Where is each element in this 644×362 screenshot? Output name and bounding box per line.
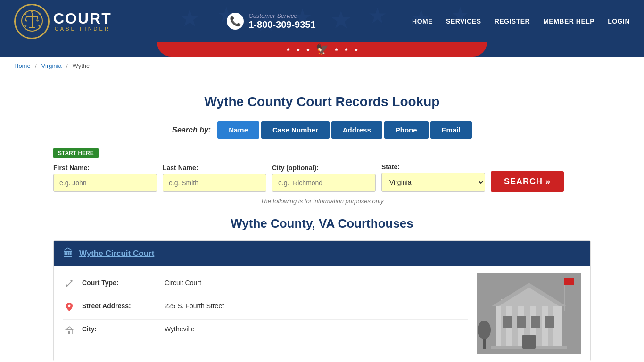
start-here-badge: START HERE bbox=[53, 148, 99, 158]
svg-rect-34 bbox=[522, 335, 536, 349]
state-group: State: Virginia Alabama Alaska Arizona C… bbox=[381, 163, 485, 192]
nav-member-help[interactable]: MEMBER HELP bbox=[543, 17, 594, 25]
first-name-group: First Name: bbox=[53, 164, 157, 192]
city-label: City: bbox=[82, 325, 157, 333]
svg-rect-14 bbox=[70, 280, 73, 282]
logo-case-finder-text: CASE FINDER bbox=[53, 26, 112, 32]
court-type-value: Circuit Court bbox=[165, 279, 201, 287]
gavel-icon bbox=[63, 280, 75, 290]
city-label: City (optional): bbox=[272, 164, 376, 172]
state-select[interactable]: Virginia Alabama Alaska Arizona Californ… bbox=[381, 173, 485, 192]
svg-point-37 bbox=[478, 321, 491, 339]
svg-text:★: ★ bbox=[24, 24, 27, 28]
logo-circle: ★ ★ ★ ★ ★ bbox=[14, 4, 50, 39]
courthouse-details: Court Type: Circuit Court Street Address… bbox=[63, 273, 468, 354]
nav-home[interactable]: HOME bbox=[412, 17, 433, 25]
courthouse-card: 🏛 Wythe Circuit Court Court Type: Circui… bbox=[53, 240, 591, 361]
street-address-label: Street Address: bbox=[82, 302, 157, 310]
breadcrumb-sep-1: / bbox=[35, 62, 37, 69]
phone-icon: 📞 bbox=[227, 13, 244, 30]
logo-court-text: COURT bbox=[53, 11, 112, 26]
site-header: ★ ★ ★ ★ ★ ★ ★ ★ bbox=[0, 0, 644, 42]
svg-rect-18 bbox=[68, 331, 70, 334]
courthouse-header: 🏛 Wythe Circuit Court bbox=[54, 241, 590, 266]
search-button[interactable]: SEARCH » bbox=[491, 171, 564, 192]
nav-register[interactable]: REGISTER bbox=[495, 17, 530, 25]
svg-marker-17 bbox=[66, 327, 73, 329]
cs-phone: 1-800-309-9351 bbox=[248, 19, 315, 30]
location-icon bbox=[63, 303, 75, 313]
detail-street-address: Street Address: 225 S. Fourth Street bbox=[63, 296, 468, 320]
state-label: State: bbox=[381, 163, 485, 171]
last-name-label: Last Name: bbox=[163, 164, 266, 172]
breadcrumb: Home / Virginia / Wythe bbox=[0, 57, 644, 75]
svg-rect-30 bbox=[503, 316, 512, 328]
search-by-label: Search by: bbox=[172, 126, 211, 134]
eagle-container: ★ ★ ★ 🦅 ★ ★ ★ bbox=[286, 43, 358, 56]
star-right-1: ★ bbox=[334, 47, 339, 52]
courthouses-title: Wythe County, VA Courthouses bbox=[53, 216, 591, 231]
city-input[interactable] bbox=[272, 174, 376, 192]
ribbon: ★ ★ ★ 🦅 ★ ★ ★ bbox=[157, 42, 487, 57]
star-right-2: ★ bbox=[344, 47, 348, 52]
eagle-icon: 🦅 bbox=[316, 43, 329, 56]
svg-rect-15 bbox=[66, 284, 68, 287]
page-title: Wythe County Court Records Lookup bbox=[53, 94, 591, 109]
main-content: Wythe County Court Records Lookup Search… bbox=[39, 75, 605, 362]
nav-login[interactable]: LOGIN bbox=[608, 17, 630, 25]
svg-text:★: ★ bbox=[38, 12, 41, 16]
court-type-label: Court Type: bbox=[82, 279, 157, 287]
tab-case-number[interactable]: Case Number bbox=[261, 121, 330, 139]
svg-rect-29 bbox=[487, 349, 571, 354]
svg-rect-32 bbox=[531, 316, 540, 328]
city-value: Wytheville bbox=[165, 325, 195, 333]
courthouse-body: Court Type: Circuit Court Street Address… bbox=[54, 266, 590, 361]
star-decoration: ★ bbox=[330, 6, 352, 34]
logo-text: COURT CASE FINDER bbox=[53, 11, 112, 32]
tab-address[interactable]: Address bbox=[331, 121, 382, 139]
cs-label: Customer Service bbox=[248, 12, 315, 19]
city-icon bbox=[63, 326, 75, 337]
tab-phone[interactable]: Phone bbox=[384, 121, 429, 139]
search-by-row: Search by: Name Case Number Address Phon… bbox=[53, 121, 591, 139]
customer-service: 📞 Customer Service 1-800-309-9351 bbox=[227, 12, 315, 30]
svg-rect-38 bbox=[483, 339, 486, 349]
svg-rect-36 bbox=[564, 278, 574, 285]
detail-court-type: Court Type: Circuit Court bbox=[63, 273, 468, 296]
star-left-3: ★ bbox=[306, 47, 310, 52]
logo: ★ ★ ★ ★ ★ COURT CASE FINDER bbox=[14, 4, 112, 39]
search-form: First Name: Last Name: City (optional): … bbox=[53, 163, 591, 192]
courthouse-icon: 🏛 bbox=[63, 247, 74, 260]
tab-email[interactable]: Email bbox=[430, 121, 472, 139]
svg-rect-33 bbox=[545, 316, 554, 328]
svg-text:★: ★ bbox=[30, 9, 33, 14]
courthouse-image bbox=[477, 273, 581, 354]
logo-inner: ★ ★ ★ ★ ★ bbox=[21, 9, 43, 33]
breadcrumb-virginia[interactable]: Virginia bbox=[41, 62, 62, 69]
star-left-2: ★ bbox=[296, 47, 300, 52]
star-left-1: ★ bbox=[286, 47, 290, 52]
main-nav: HOME SERVICES REGISTER MEMBER HELP LOGIN bbox=[412, 17, 630, 25]
nav-services[interactable]: SERVICES bbox=[446, 17, 481, 25]
breadcrumb-sep-2: / bbox=[66, 62, 68, 69]
svg-rect-31 bbox=[517, 316, 526, 328]
star-decoration: ★ bbox=[368, 3, 387, 28]
city-group: City (optional): bbox=[272, 164, 376, 192]
street-address-value: 225 S. Fourth Street bbox=[165, 302, 224, 310]
svg-text:★: ★ bbox=[38, 24, 41, 28]
star-decoration: ★ bbox=[179, 5, 200, 32]
last-name-input[interactable] bbox=[163, 174, 266, 192]
star-right-3: ★ bbox=[354, 47, 358, 52]
courthouse-name-link[interactable]: Wythe Circuit Court bbox=[79, 249, 154, 258]
tab-name[interactable]: Name bbox=[217, 121, 259, 139]
breadcrumb-home[interactable]: Home bbox=[14, 62, 31, 69]
first-name-input[interactable] bbox=[53, 174, 157, 192]
cs-info: Customer Service 1-800-309-9351 bbox=[248, 12, 315, 30]
svg-line-3 bbox=[25, 17, 26, 21]
first-name-label: First Name: bbox=[53, 164, 157, 172]
last-name-group: Last Name: bbox=[163, 164, 266, 192]
svg-line-5 bbox=[37, 17, 38, 21]
courthouse-building-svg bbox=[477, 273, 581, 354]
info-note: The following is for information purpose… bbox=[53, 197, 591, 205]
svg-text:★: ★ bbox=[24, 12, 27, 16]
